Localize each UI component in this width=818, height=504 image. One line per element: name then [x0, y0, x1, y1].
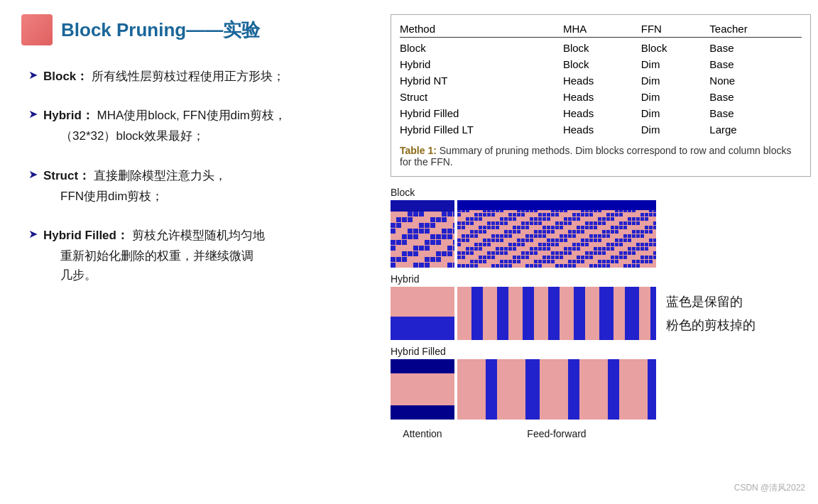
- table-cell: None: [709, 72, 802, 89]
- caption-label: Table 1:: [400, 145, 437, 156]
- table-cell: Heads: [563, 72, 641, 89]
- viz-block-row: Block: [391, 187, 811, 268]
- hybrid-attention-canvas: [391, 287, 454, 340]
- table-cell: Struct: [400, 89, 563, 105]
- bullet-block: ➤ Block： 所有线性层剪枝过程使用正方形块；: [21, 67, 362, 86]
- table-cell: Hybrid Filled: [400, 105, 563, 121]
- table-cell: Heads: [563, 105, 641, 121]
- bullet-arrow-3: ➤: [28, 168, 38, 181]
- table-cell: Dim: [641, 105, 710, 121]
- side-note-blue: 蓝色是保留的: [666, 290, 756, 313]
- table-caption: Table 1: Summary of pruning methods. Dim…: [400, 145, 802, 168]
- bullet-text-4: Hybrid Filled： 剪枝允许模型随机均匀地: [43, 226, 265, 245]
- table-cell: Large: [709, 121, 802, 138]
- table-cell: Heads: [563, 121, 641, 138]
- table-cell: Dim: [641, 56, 710, 72]
- hf-ffn-canvas: [457, 359, 656, 420]
- bullet-hybrid: ➤ Hybrid： MHA使用block, FFN使用dim剪枝， （32*32…: [21, 106, 362, 146]
- table-cell: Block: [400, 38, 563, 57]
- bullet-text-2: Hybrid： MHA使用block, FFN使用dim剪枝，: [43, 106, 286, 125]
- table-cell: Dim: [641, 121, 710, 138]
- viz-label-hybrid-filled: Hybrid Filled: [391, 346, 811, 357]
- hybrid-ffn-canvas: [457, 287, 656, 340]
- logo-icon: [21, 14, 53, 45]
- table-cell: Base: [709, 56, 802, 72]
- bullet-text-3: Struct： 直接删除模型注意力头，: [43, 166, 227, 185]
- col-header-teacher: Teacher: [709, 21, 802, 38]
- table-cell: Block: [563, 38, 641, 57]
- page-title: Block Pruning——实验: [61, 18, 260, 43]
- col-header-mha: MHA: [563, 21, 641, 38]
- bullet-sub-3: FFN使用dim剪枝；: [43, 187, 227, 206]
- viz-hybrid-row: Hybrid 蓝色是保留的 粉色的剪枝掉的: [391, 273, 811, 340]
- table-cell: Dim: [641, 89, 710, 105]
- viz-hybrid-filled-row: Hybrid Filled: [391, 346, 811, 420]
- axis-labels: Attention Feed-forward: [391, 428, 811, 439]
- table-cell: Block: [641, 38, 710, 57]
- col-header-method: Method: [400, 21, 563, 38]
- viz-label-block: Block: [391, 187, 811, 198]
- viz-hybrid-inner: 蓝色是保留的 粉色的剪枝掉的: [391, 287, 811, 340]
- col-header-ffn: FFN: [641, 21, 710, 38]
- methods-table-section: Method MHA FFN Teacher BlockBlockBlockBa…: [391, 14, 811, 177]
- bullet-struct: ➤ Struct： 直接删除模型注意力头， FFN使用dim剪枝；: [21, 166, 362, 206]
- bullet-sub-4: 重新初始化删除的权重，并继续微调几步。: [43, 246, 265, 285]
- block-ffn-canvas: [457, 200, 656, 268]
- bullet-text-1: Block： 所有线性层剪枝过程使用正方形块；: [43, 67, 285, 86]
- table-cell: Base: [709, 38, 802, 57]
- viz-label-hybrid: Hybrid: [391, 273, 811, 285]
- table-cell: Hybrid NT: [400, 72, 563, 89]
- side-note-pink: 粉色的剪枝掉的: [666, 314, 756, 336]
- bullet-hybrid-filled: ➤ Hybrid Filled： 剪枝允许模型随机均匀地 重新初始化删除的权重，…: [21, 226, 362, 285]
- table-cell: Hybrid Filled LT: [400, 121, 563, 138]
- block-attention-canvas: [391, 200, 454, 268]
- table-cell: Base: [709, 105, 802, 121]
- bullet-arrow-2: ➤: [28, 107, 38, 121]
- bullet-arrow-4: ➤: [28, 227, 38, 241]
- side-notes: 蓝色是保留的 粉色的剪枝掉的: [659, 287, 756, 340]
- table-cell: Heads: [563, 89, 641, 105]
- bullet-sub-2: （32*32）block效果最好；: [43, 126, 286, 146]
- methods-table: Method MHA FFN Teacher BlockBlockBlockBa…: [400, 21, 802, 138]
- axis-label-attention: Attention: [391, 428, 454, 439]
- table-cell: Hybrid: [400, 56, 563, 72]
- visualization-section: Block Hybrid 蓝色是保留的 粉色的剪枝掉的: [391, 187, 811, 490]
- caption-text: Summary of pruning methods. Dim blocks c…: [400, 145, 791, 168]
- viz-hybrid-filled-inner: [391, 359, 811, 420]
- table-cell: Block: [563, 56, 641, 72]
- viz-block-inner: [391, 200, 811, 268]
- bullet-arrow-1: ➤: [28, 68, 38, 82]
- hf-attention-canvas: [391, 359, 454, 420]
- table-cell: Dim: [641, 72, 710, 89]
- axis-label-feedforward: Feed-forward: [457, 428, 656, 439]
- watermark: CSDN @清风2022: [734, 482, 805, 494]
- table-cell: Base: [709, 89, 802, 105]
